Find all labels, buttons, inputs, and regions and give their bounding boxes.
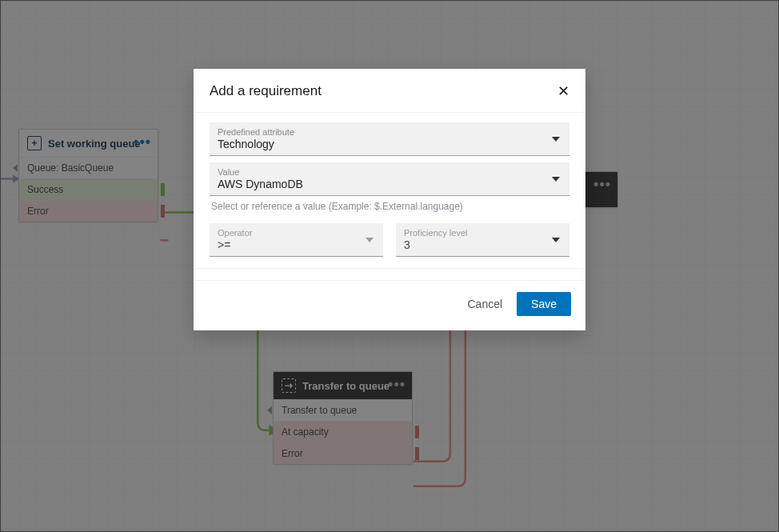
field-value: 3 xyxy=(404,238,561,251)
field-label: Value xyxy=(218,167,561,177)
save-button[interactable]: Save xyxy=(517,292,571,316)
operator-select[interactable]: Operator >= xyxy=(210,223,383,257)
chevron-down-icon xyxy=(552,238,560,242)
field-value: Technology xyxy=(218,138,561,150)
value-select[interactable]: Value AWS DynamoDB xyxy=(210,162,569,196)
field-value: >= xyxy=(218,238,375,251)
chevron-down-icon xyxy=(366,238,374,242)
modal-overlay[interactable]: Add a requirement ✕ Predefined attribute… xyxy=(0,0,779,532)
field-label: Proficiency level xyxy=(404,228,561,238)
field-label: Predefined attribute xyxy=(218,127,561,137)
modal-title: Add a requirement xyxy=(210,83,322,99)
chevron-down-icon xyxy=(552,177,560,182)
value-hint: Select or reference a value (Example: $.… xyxy=(211,201,568,212)
field-label: Operator xyxy=(218,228,375,238)
chevron-down-icon xyxy=(552,137,560,142)
field-value: AWS DynamoDB xyxy=(218,178,561,190)
add-requirement-modal: Add a requirement ✕ Predefined attribute… xyxy=(194,69,585,330)
cancel-button[interactable]: Cancel xyxy=(467,298,502,310)
predefined-attribute-select[interactable]: Predefined attribute Technology xyxy=(210,122,569,156)
close-icon[interactable]: ✕ xyxy=(557,84,569,98)
divider xyxy=(194,268,585,269)
proficiency-level-select[interactable]: Proficiency level 3 xyxy=(396,223,569,257)
